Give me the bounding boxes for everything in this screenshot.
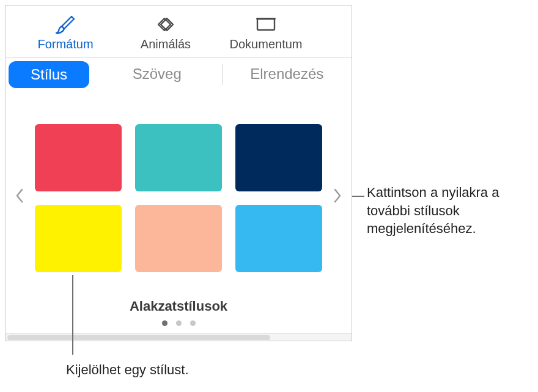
tab-text[interactable]: Szöveg: [92, 58, 221, 91]
shape-styles-area: [6, 91, 352, 289]
next-styles-arrow[interactable]: [328, 177, 347, 214]
format-tab-button[interactable]: Formátum: [23, 14, 108, 51]
horizontal-scrollbar[interactable]: [6, 333, 352, 341]
scrollbar-thumb[interactable]: [7, 335, 270, 340]
tab-layout[interactable]: Elrendezés: [223, 58, 352, 91]
styles-caption: Alakzatstílusok: [130, 298, 227, 314]
styles-caption-row: Alakzatstílusok: [6, 289, 352, 333]
style-swatch-peach[interactable]: [135, 205, 222, 272]
toolbar-label: Formátum: [37, 37, 93, 51]
page-dot[interactable]: [190, 320, 196, 326]
callout-connector: [352, 196, 364, 197]
page-dot[interactable]: [162, 320, 168, 326]
style-swatch-red[interactable]: [35, 124, 122, 191]
toolbar-label: Dokumentum: [230, 37, 303, 51]
svg-rect-1: [256, 18, 276, 20]
callout-arrows: Kattintson a nyilakra a további stílusok…: [367, 183, 532, 238]
paintbrush-icon: [52, 14, 79, 35]
svg-rect-0: [257, 19, 275, 30]
callout-connector: [72, 275, 73, 355]
diamond-stack-icon: [152, 14, 179, 35]
tab-style[interactable]: Stílus: [9, 61, 89, 88]
page-dots[interactable]: [162, 320, 196, 326]
inspector-toolbar: Formátum Animálás Dokumentum: [6, 6, 352, 58]
prev-styles-arrow[interactable]: [10, 177, 29, 214]
style-swatch-navy[interactable]: [235, 124, 322, 191]
subtab-bar: Stílus Szöveg Elrendezés: [6, 58, 352, 91]
style-swatch-sky[interactable]: [235, 205, 322, 272]
style-swatch-yellow[interactable]: [35, 205, 122, 272]
style-swatch-grid: [29, 119, 328, 272]
inspector-panel: Formátum Animálás Dokumentum Stílus Szöv: [5, 5, 352, 341]
callout-select: Kijelölhet egy stílust.: [66, 361, 189, 379]
document-tab-button[interactable]: Dokumentum: [223, 14, 309, 51]
toolbar-label: Animálás: [141, 37, 191, 51]
presentation-icon: [252, 14, 279, 35]
animate-tab-button[interactable]: Animálás: [123, 14, 208, 51]
style-swatch-teal[interactable]: [135, 124, 222, 191]
page-dot[interactable]: [176, 320, 182, 326]
